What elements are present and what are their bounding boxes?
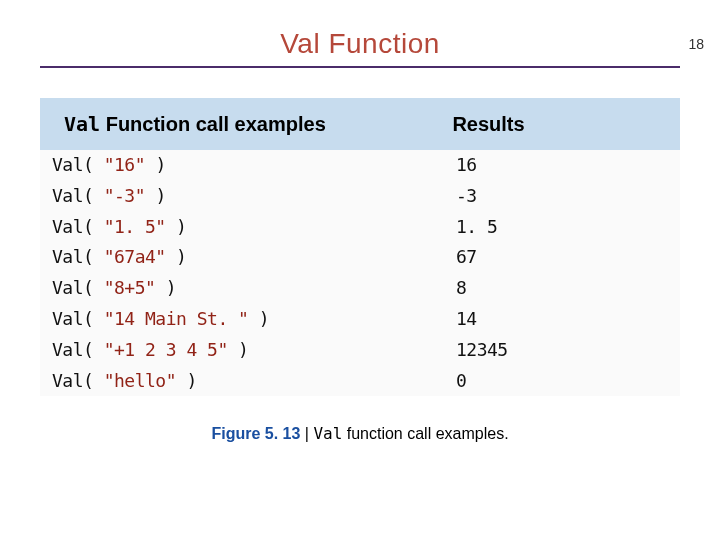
call-end: ) [248,308,269,329]
call-end: ) [228,339,249,360]
table-header-row: Val Function call examples Results [40,98,680,150]
call-arg: "8+5" [104,277,156,298]
call-arg: "67a4" [104,246,166,267]
cell-call: Val( "1. 5" ) [40,213,456,242]
call-fn: Val( [52,339,104,360]
cell-call: Val( "8+5" ) [40,274,456,303]
table-row: Val( "67a4" ) 67 [40,242,680,273]
call-fn: Val( [52,370,104,391]
call-end: ) [166,216,187,237]
call-arg: "14 Main St. " [104,308,249,329]
cell-call: Val( "67a4" ) [40,243,456,272]
call-fn: Val( [52,277,104,298]
call-fn: Val( [52,308,104,329]
cell-call: Val( "+1 2 3 4 5" ) [40,336,456,365]
call-arg: "16" [104,154,145,175]
call-arg: "+1 2 3 4 5" [104,339,228,360]
table-row: Val( "+1 2 3 4 5" ) 12345 [40,335,680,366]
title-rule [40,66,680,68]
figure-code: Val [313,424,342,443]
call-arg: "1. 5" [104,216,166,237]
header-result: Results [452,108,668,140]
call-arg: "hello" [104,370,176,391]
call-arg: "-3" [104,185,145,206]
cell-result: 1. 5 [456,213,680,242]
header-call: Val Function call examples [52,108,452,140]
header-call-text: Function call examples [100,113,326,135]
call-end: ) [155,277,176,298]
cell-result: 16 [456,151,680,180]
call-fn: Val( [52,154,104,175]
figure-rest: function call examples. [342,425,508,442]
cell-result: 67 [456,243,680,272]
table-row: Val( "1. 5" ) 1. 5 [40,212,680,243]
call-end: ) [145,185,166,206]
table-row: Val( "16" ) 16 [40,150,680,181]
cell-result: 14 [456,305,680,334]
call-fn: Val( [52,246,104,267]
table-row: Val( "8+5" ) 8 [40,273,680,304]
cell-result: -3 [456,182,680,211]
call-end: ) [145,154,166,175]
table-body: Val( "16" ) 16 Val( "-3" ) -3 Val( "1. 5… [40,150,680,396]
cell-result: 0 [456,367,680,396]
figure-label: Figure 5. 13 [211,425,300,442]
call-fn: Val( [52,216,104,237]
call-fn: Val( [52,185,104,206]
cell-call: Val( "16" ) [40,151,456,180]
figure-separator: | [300,425,313,442]
page-title: Val Function [40,28,680,60]
call-end: ) [166,246,187,267]
cell-call: Val( "14 Main St. " ) [40,305,456,334]
examples-table: Val Function call examples Results Val( … [40,98,680,396]
table-row: Val( "hello" ) 0 [40,366,680,397]
table-row: Val( "-3" ) -3 [40,181,680,212]
cell-call: Val( "hello" ) [40,367,456,396]
figure-caption: Figure 5. 13 | Val function call example… [40,424,680,443]
cell-call: Val( "-3" ) [40,182,456,211]
slide: 18 Val Function Val Function call exampl… [0,28,720,540]
call-end: ) [176,370,197,391]
cell-result: 12345 [456,336,680,365]
page-number: 18 [688,36,704,52]
table-row: Val( "14 Main St. " ) 14 [40,304,680,335]
header-call-code: Val [64,112,100,136]
cell-result: 8 [456,274,680,303]
